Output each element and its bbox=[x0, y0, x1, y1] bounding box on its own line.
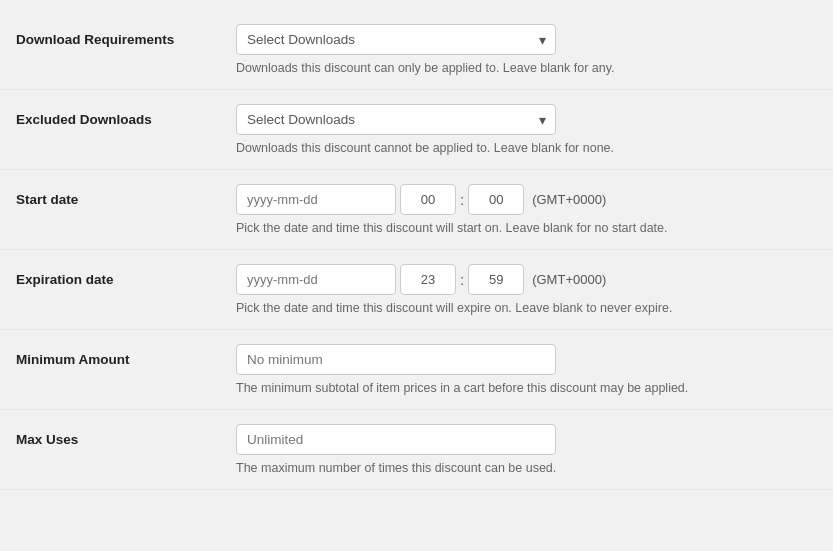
date-time-group-start: : (GMT+0000) bbox=[236, 184, 817, 215]
field-excluded-downloads: Select Downloads ▾ Downloads this discou… bbox=[236, 104, 817, 155]
select-wrapper-excluded-downloads: Select Downloads ▾ bbox=[236, 104, 556, 135]
description-download-requirements: Downloads this discount can only be appl… bbox=[236, 61, 817, 75]
label-minimum-amount: Minimum Amount bbox=[16, 344, 236, 367]
select-wrapper-download-requirements: Select Downloads ▾ bbox=[236, 24, 556, 55]
date-time-group-expiration: : (GMT+0000) bbox=[236, 264, 817, 295]
row-start-date: Start date : (GMT+0000) Pick the date an… bbox=[0, 170, 833, 250]
label-expiration-date: Expiration date bbox=[16, 264, 236, 287]
field-start-date: : (GMT+0000) Pick the date and time this… bbox=[236, 184, 817, 235]
field-expiration-date: : (GMT+0000) Pick the date and time this… bbox=[236, 264, 817, 315]
time-separator-start: : bbox=[460, 191, 464, 208]
expiration-hour-input[interactable] bbox=[400, 264, 456, 295]
row-download-requirements: Download Requirements Select Downloads ▾… bbox=[0, 10, 833, 90]
start-hour-input[interactable] bbox=[400, 184, 456, 215]
field-max-uses: The maximum number of times this discoun… bbox=[236, 424, 817, 475]
expiration-gmt-label: (GMT+0000) bbox=[532, 272, 606, 287]
expiration-date-input[interactable] bbox=[236, 264, 396, 295]
minimum-amount-input[interactable] bbox=[236, 344, 556, 375]
form-container: Download Requirements Select Downloads ▾… bbox=[0, 0, 833, 500]
field-download-requirements: Select Downloads ▾ Downloads this discou… bbox=[236, 24, 817, 75]
field-minimum-amount: The minimum subtotal of item prices in a… bbox=[236, 344, 817, 395]
description-start-date: Pick the date and time this discount wil… bbox=[236, 221, 817, 235]
row-minimum-amount: Minimum Amount The minimum subtotal of i… bbox=[0, 330, 833, 410]
description-minimum-amount: The minimum subtotal of item prices in a… bbox=[236, 381, 817, 395]
time-separator-expiration: : bbox=[460, 271, 464, 288]
row-excluded-downloads: Excluded Downloads Select Downloads ▾ Do… bbox=[0, 90, 833, 170]
description-excluded-downloads: Downloads this discount cannot be applie… bbox=[236, 141, 817, 155]
description-expiration-date: Pick the date and time this discount wil… bbox=[236, 301, 817, 315]
start-minute-input[interactable] bbox=[468, 184, 524, 215]
select-excluded-downloads[interactable]: Select Downloads bbox=[236, 104, 556, 135]
label-excluded-downloads: Excluded Downloads bbox=[16, 104, 236, 127]
row-expiration-date: Expiration date : (GMT+0000) Pick the da… bbox=[0, 250, 833, 330]
select-download-requirements[interactable]: Select Downloads bbox=[236, 24, 556, 55]
label-start-date: Start date bbox=[16, 184, 236, 207]
label-max-uses: Max Uses bbox=[16, 424, 236, 447]
start-gmt-label: (GMT+0000) bbox=[532, 192, 606, 207]
max-uses-input[interactable] bbox=[236, 424, 556, 455]
description-max-uses: The maximum number of times this discoun… bbox=[236, 461, 817, 475]
label-download-requirements: Download Requirements bbox=[16, 24, 236, 47]
start-date-input[interactable] bbox=[236, 184, 396, 215]
row-max-uses: Max Uses The maximum number of times thi… bbox=[0, 410, 833, 490]
expiration-minute-input[interactable] bbox=[468, 264, 524, 295]
